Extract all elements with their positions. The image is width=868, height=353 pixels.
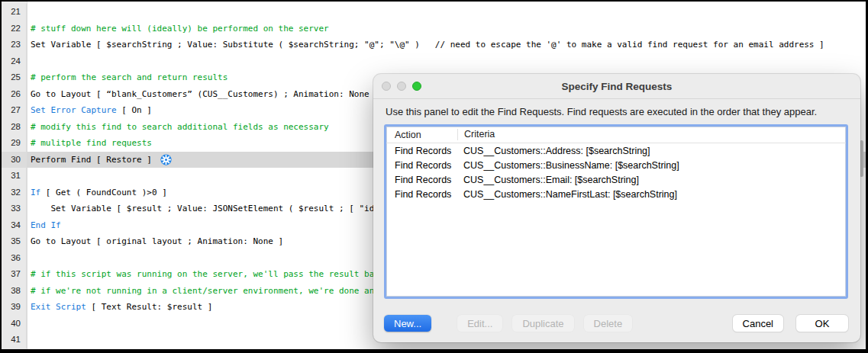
code-line-22[interactable]: 22# stuff down here will (ideally) be pe… [2,21,866,37]
edit-button[interactable]: Edit... [457,315,502,332]
line-number: 41 [2,332,27,348]
code-text: Set Variable [ $searchString ; Value: Su… [27,37,866,53]
column-header-criteria[interactable]: Criteria [457,129,846,140]
row-criteria: CUS__Customers::Email: [$searchString] [457,175,846,185]
find-requests-list[interactable]: Action Criteria Find Records CUS__Custom… [384,124,848,299]
line-number: 34 [2,217,27,234]
line-number: 24 [2,53,27,70]
ok-button[interactable]: OK [796,315,848,332]
code-line-23[interactable]: 23Set Variable [ $searchString ; Value: … [2,37,866,53]
list-header: Action Criteria [386,127,846,143]
line-number: 31 [2,168,27,185]
line-number: 23 [2,37,27,53]
line-number: 26 [2,86,27,103]
row-action: Find Records [386,146,457,156]
code-text [27,53,866,70]
row-criteria: CUS__Customers::NameFirstLast: [$searchS… [457,189,846,200]
dialog-body: Use this panel to edit the Find Requests… [373,99,860,342]
filemaker-script-editor-window: 2122# stuff down here will (ideally) be … [0,0,868,353]
dialog-description: Use this panel to edit the Find Requests… [386,106,848,117]
line-number: 22 [2,21,27,37]
row-action: Find Records [386,175,457,185]
dialog-title: Specify Find Requests [562,81,673,92]
close-icon[interactable] [382,82,391,91]
gear-icon[interactable] [160,154,172,165]
code-line-21[interactable]: 21 [2,4,866,21]
duplicate-button[interactable]: Duplicate [512,315,573,332]
dialog-footer: New... Edit... Duplicate Delete Cancel O… [384,315,848,332]
delete-button[interactable]: Delete [584,315,633,332]
specify-find-requests-dialog: Specify Find Requests Use this panel to … [373,74,860,342]
row-action: Find Records [386,189,457,200]
window-traffic-lights [382,74,421,98]
line-number: 37 [2,266,27,283]
row-criteria: CUS__Customers::Address: [$searchString] [457,146,846,156]
find-request-row[interactable]: Find Records CUS__Customers::Address: [$… [386,143,846,158]
line-number: 29 [2,135,27,152]
zoom-icon[interactable] [412,82,421,91]
cancel-button[interactable]: Cancel [733,315,783,332]
code-line-24[interactable]: 24 [2,53,866,70]
line-number: 32 [2,185,27,201]
find-request-row[interactable]: Find Records CUS__Customers::NameFirstLa… [386,187,846,201]
new-button[interactable]: New... [384,315,431,332]
find-request-row[interactable]: Find Records CUS__Customers::Email: [$se… [386,172,846,187]
minimize-icon[interactable] [397,82,406,91]
line-number: 33 [2,201,27,217]
line-number: 21 [2,4,27,21]
code-text: # stuff down here will (ideally) be perf… [27,21,866,37]
row-criteria: CUS__Customers::BusinessName: [$searchSt… [457,160,846,171]
line-number: 39 [2,299,27,316]
line-number: 27 [2,102,27,119]
line-number: 35 [2,233,27,250]
line-number: 36 [2,250,27,267]
find-request-row[interactable]: Find Records CUS__Customers::BusinessNam… [386,158,846,172]
line-number: 25 [2,69,27,86]
line-number: 38 [2,283,27,300]
code-text [27,4,866,21]
row-action: Find Records [386,160,457,171]
line-number: 40 [2,316,27,332]
line-number: 30 [2,152,27,168]
dialog-titlebar: Specify Find Requests [373,74,860,99]
column-header-action[interactable]: Action [386,130,457,140]
line-number: 28 [2,119,27,136]
